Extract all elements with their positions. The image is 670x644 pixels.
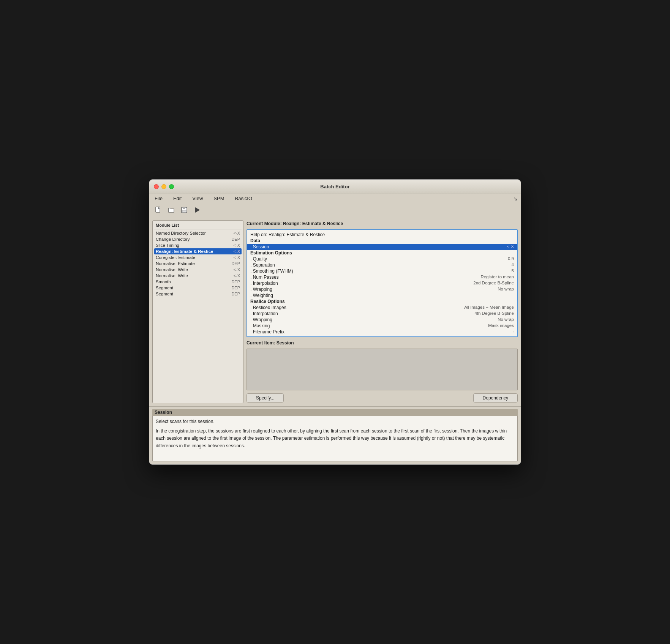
svg-rect-2 xyxy=(183,207,185,209)
tree-resliced-images[interactable]: . Resliced images All Images + Mean Imag… xyxy=(247,305,517,311)
module-item-realign[interactable]: Realign: Estimate & Reslice <-X xyxy=(154,248,242,254)
buttons-row: Specify... Dependency xyxy=(247,393,518,403)
item-description xyxy=(247,349,518,390)
session-body: Select scans for this session. In the co… xyxy=(152,416,518,461)
module-item-segment-1[interactable]: Segment DEP xyxy=(154,285,242,291)
session-text: Select scans for this session. xyxy=(156,418,514,425)
tree-interpolation-reslice[interactable]: . Interpolation 4th Degree B-Spline xyxy=(247,311,517,317)
module-item-smooth[interactable]: Smooth DEP xyxy=(154,279,242,285)
tree-quality[interactable]: . Quality 0.9 xyxy=(247,256,517,262)
svg-rect-3 xyxy=(182,210,186,212)
tree-section-reslice: Reslice Options xyxy=(247,298,517,305)
titlebar: Batch Editor xyxy=(149,180,521,194)
tree-session[interactable]: . Session <-X xyxy=(247,244,517,250)
menu-view[interactable]: View xyxy=(190,195,205,202)
main-content: Module List Named Directory Selector <-X… xyxy=(149,217,521,406)
svg-rect-0 xyxy=(156,207,160,212)
bottom-section: Session Select scans for this session. I… xyxy=(149,406,521,464)
module-item-slice-timing[interactable]: Slice Timing <-X xyxy=(154,242,242,248)
tree-masking[interactable]: . Masking Mask images xyxy=(247,323,517,329)
maximize-button[interactable] xyxy=(169,184,174,189)
traffic-lights xyxy=(154,184,174,189)
module-item-segment-2[interactable]: Segment DEP xyxy=(154,291,242,297)
save-button[interactable] xyxy=(179,205,190,215)
module-list-label: Module List xyxy=(154,222,242,229)
tree-wrapping-est[interactable]: . Wrapping No wrap xyxy=(247,286,517,292)
tree-smoothing[interactable]: . Smoothing (FWHM) 5 xyxy=(247,268,517,274)
tree-weighting[interactable]: . Weighting xyxy=(247,292,517,298)
tree-help: Help on: Realign: Estimate & Reslice xyxy=(247,232,517,238)
menu-spm[interactable]: SPM xyxy=(211,195,226,202)
tree-interpolation-est[interactable]: . Interpolation 2nd Degree B-Spline xyxy=(247,280,517,286)
new-button[interactable] xyxy=(153,205,164,215)
menubar: File Edit View SPM BasicIO ↘ xyxy=(149,194,521,203)
module-item-change-directory[interactable]: Change Directory DEP xyxy=(154,236,242,242)
toolbar xyxy=(149,203,521,217)
batch-editor-window: Batch Editor File Edit View SPM BasicIO … xyxy=(149,179,521,465)
module-item-named-directory[interactable]: Named Directory Selector <-X xyxy=(154,230,242,236)
tree-section-data: Data xyxy=(247,238,517,244)
run-button[interactable] xyxy=(192,205,202,215)
current-module-label: Current Module: Realign: Estimate & Resl… xyxy=(247,220,518,227)
menu-file[interactable]: File xyxy=(152,195,165,202)
tree-filename-prefix[interactable]: . Filename Prefix r xyxy=(247,329,517,335)
tree-num-passes[interactable]: . Num Passes Register to mean xyxy=(247,274,517,280)
module-tree[interactable]: Help on: Realign: Estimate & Reslice Dat… xyxy=(247,229,518,337)
tree-separation[interactable]: . Separation 4 xyxy=(247,262,517,268)
tree-wrapping-reslice[interactable]: . Wrapping No wrap xyxy=(247,317,517,323)
module-item-normalise-estimate[interactable]: Normalise: Estimate DEP xyxy=(154,260,242,267)
right-panel: Current Module: Realign: Estimate & Resl… xyxy=(247,220,518,403)
session-header: Session xyxy=(152,409,518,416)
minimize-button[interactable] xyxy=(161,184,166,189)
specify-button[interactable]: Specify... xyxy=(247,393,284,402)
session-description: In the coregistration step, the sessions… xyxy=(156,428,514,450)
tree-section-estimation: Estimation Options xyxy=(247,250,517,256)
module-item-coregister[interactable]: Coregister: Estimate <-X xyxy=(154,254,242,260)
menu-arrow: ↘ xyxy=(513,196,518,202)
current-item-label: Current Item: Session xyxy=(247,339,518,346)
dependency-button[interactable]: Dependency xyxy=(473,393,518,402)
module-item-normalise-write-1[interactable]: Normalise: Write <-X xyxy=(154,267,242,273)
module-list-panel: Module List Named Directory Selector <-X… xyxy=(152,220,243,403)
svg-marker-4 xyxy=(195,207,200,213)
menu-edit[interactable]: Edit xyxy=(171,195,184,202)
open-button[interactable] xyxy=(166,205,177,215)
menu-basicio[interactable]: BasicIO xyxy=(232,195,254,202)
close-button[interactable] xyxy=(154,184,159,189)
window-title: Batch Editor xyxy=(320,184,349,189)
module-item-normalise-write-2[interactable]: Normalise: Write <-X xyxy=(154,273,242,279)
